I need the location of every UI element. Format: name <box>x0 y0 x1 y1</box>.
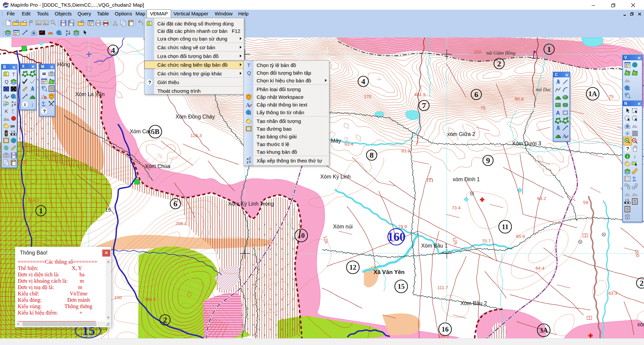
svg-text:núi Giảm Hồng: núi Giảm Hồng <box>486 51 515 56</box>
svg-text:12: 12 <box>350 263 357 271</box>
svg-text:73.4: 73.4 <box>452 205 461 210</box>
svg-text:2: 2 <box>163 316 167 324</box>
svg-text:Σ: Σ <box>632 176 636 182</box>
svg-text:175: 175 <box>364 94 372 99</box>
svg-text:?: ? <box>626 146 629 151</box>
svg-text:1A: 1A <box>588 90 597 98</box>
svg-text:81.9: 81.9 <box>401 148 410 153</box>
svg-text:11: 11 <box>502 223 508 231</box>
svg-text:DM: DM <box>10 125 15 129</box>
svg-text:65.6: 65.6 <box>516 234 525 239</box>
svg-text:5B: 5B <box>151 128 160 136</box>
svg-text:481.9: 481.9 <box>414 92 426 97</box>
svg-text:T: T <box>247 63 250 68</box>
svg-text:64.4: 64.4 <box>536 266 545 271</box>
svg-text:xóm Đ: xóm Đ <box>637 322 644 327</box>
svg-text:4: 4 <box>361 77 365 86</box>
svg-text:394.0: 394.0 <box>145 297 156 302</box>
svg-text:79.9: 79.9 <box>398 224 407 229</box>
svg-text:130.2: 130.2 <box>438 334 449 338</box>
svg-text:63.3: 63.3 <box>608 291 617 296</box>
svg-text:15: 15 <box>398 282 405 290</box>
svg-text:75: 75 <box>480 106 485 111</box>
svg-text:xóm Giữa 2: xóm Giữa 2 <box>447 131 475 137</box>
svg-text:954.0: 954.0 <box>28 198 39 203</box>
svg-text:i: i <box>32 102 33 108</box>
svg-text:6: 6 <box>474 90 478 99</box>
svg-text:1 5: 1 5 <box>625 198 629 202</box>
svg-text:6: 6 <box>173 199 177 208</box>
svg-text:100: 100 <box>474 50 482 55</box>
svg-text:2: 2 <box>497 59 501 68</box>
svg-text:Q: Q <box>5 79 8 84</box>
svg-text:256.3: 256.3 <box>175 221 187 226</box>
svg-text:15: 15 <box>105 207 111 213</box>
svg-text:1: 1 <box>39 206 43 215</box>
svg-text:Xóm Kỳ Linh Trong: Xóm Kỳ Linh Trong <box>228 201 274 207</box>
svg-text:111.7: 111.7 <box>437 285 448 290</box>
svg-text:núi Dọc: núi Dọc <box>536 87 551 92</box>
svg-text:7: 7 <box>422 101 426 110</box>
svg-text:?: ? <box>148 80 151 85</box>
svg-text:10: 10 <box>298 231 305 239</box>
svg-text:Xóm Đồng Cháy: Xóm Đồng Cháy <box>175 114 215 120</box>
svg-text:Xóm Bầu 1: Xóm Bầu 1 <box>421 243 447 249</box>
svg-text:Q: Q <box>247 70 251 76</box>
svg-text:59.: 59. <box>583 200 590 205</box>
svg-text:Z: Z <box>11 104 13 107</box>
svg-text:T: T <box>12 72 15 77</box>
svg-text:i: i <box>634 154 635 159</box>
svg-text:Z: Z <box>247 161 249 164</box>
svg-text:Z: Z <box>66 33 67 36</box>
svg-text:Xã Văn Yên: Xã Văn Yên <box>374 269 405 275</box>
svg-text:i: i <box>24 102 25 107</box>
svg-text:Hồng: Hồng <box>57 62 70 67</box>
svg-text:3A: 3A <box>539 326 548 334</box>
svg-text:?: ? <box>43 109 46 114</box>
svg-text:1 5: 1 5 <box>11 130 15 133</box>
svg-text:Xóm Chùa: Xóm Chùa <box>145 163 170 169</box>
svg-text:63.2: 63.2 <box>537 196 546 201</box>
svg-text:4: 4 <box>111 46 115 55</box>
svg-text:Xóm Bầu 2: Xóm Bầu 2 <box>460 300 487 306</box>
svg-text:75: 75 <box>608 94 613 99</box>
svg-text:1: 1 <box>547 45 551 54</box>
svg-text:Σ: Σ <box>42 101 46 107</box>
svg-text:9: 9 <box>486 156 490 165</box>
svg-text:70.7: 70.7 <box>482 238 491 244</box>
svg-text:100: 100 <box>114 295 122 300</box>
svg-text:93.4: 93.4 <box>344 142 354 147</box>
svg-text:175: 175 <box>95 93 102 98</box>
svg-text:K: K <box>5 109 8 114</box>
svg-text:A: A <box>556 110 560 116</box>
svg-text:xóm Đinh 1: xóm Đinh 1 <box>453 177 480 182</box>
svg-text:8: 8 <box>370 151 374 159</box>
svg-text:Xóm Kỳ Linh: Xóm Kỳ Linh <box>320 174 351 180</box>
svg-text:2: 2 <box>640 279 644 287</box>
svg-text:Xóm núi: Xóm núi <box>333 224 353 229</box>
svg-text:Xóm Dưới 3: Xóm Dưới 3 <box>512 141 541 146</box>
svg-text:125.3: 125.3 <box>191 133 202 138</box>
svg-text:68.8: 68.8 <box>515 96 524 101</box>
svg-text:16: 16 <box>442 325 449 333</box>
